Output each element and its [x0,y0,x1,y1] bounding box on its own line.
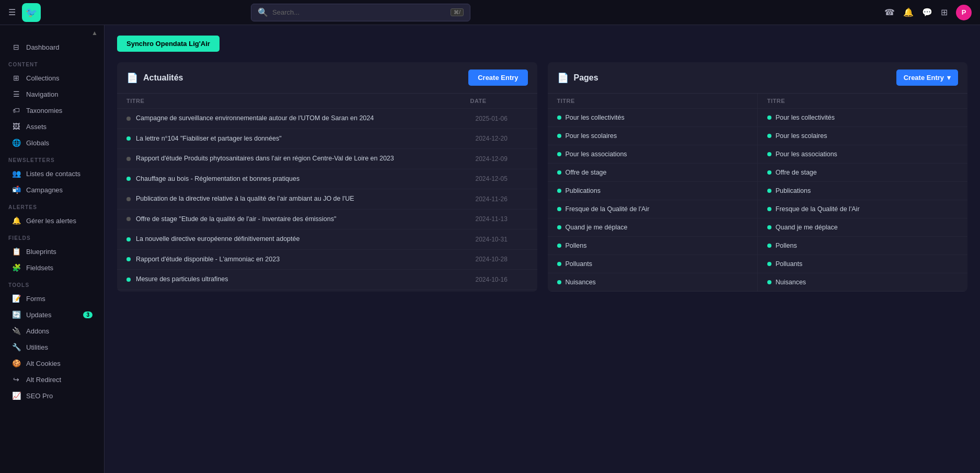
pages-item-label: Publications [776,187,811,194]
actualites-rows: Campagne de surveillance environnemental… [117,109,537,290]
pages-title: 📄 Pages [557,72,598,84]
campagnes-icon: 📬 [11,186,21,194]
sidebar-collapse-btn[interactable]: ▲ [0,25,104,39]
pages-col2-rows: Pour les collectivités Pour les scolaire… [758,109,967,292]
table-row[interactable]: Offre de stage "Etude de la qualité de l… [117,210,537,230]
list-item[interactable]: Pour les collectivités [758,109,967,127]
chevron-down-icon: ▾ [947,74,951,82]
row-status-dot [767,244,771,248]
sidebar-item-gerer-alertes[interactable]: 🔔 Gérer les alertes [3,213,101,228]
sidebar-item-label: Utilities [26,343,48,351]
list-item[interactable]: Quand je me déplace [758,218,967,237]
sidebar-item-alt-redirect[interactable]: ↪ Alt Redirect [3,372,101,387]
row-status-dot [557,189,561,193]
table-row[interactable]: Mesure des particules ultrafines 2024-10… [117,270,537,290]
table-row[interactable]: Campagne de surveillance environnemental… [117,109,537,129]
list-item[interactable]: Polluants [758,255,967,273]
list-item[interactable]: Fresque de la Qualité de l'Air [548,200,757,218]
sidebar-item-label: Forms [26,295,45,303]
list-item[interactable]: Pour les associations [758,145,967,164]
list-item[interactable]: Pour les collectivités [548,109,757,127]
table-row[interactable]: Rapport d'étude Produits phytosanitaires… [117,149,537,169]
sidebar-item-label: Listes de contacts [26,170,80,178]
list-item[interactable]: Fresque de la Qualité de l'Air [758,200,967,218]
list-item[interactable]: Pour les scolaires [758,127,967,145]
row-title: Mesure des particules ultrafines [136,275,470,284]
row-status-dot [767,207,771,211]
pages-item-label: Quand je me déplace [776,224,838,231]
sidebar-item-alt-cookies[interactable]: 🍪 Alt Cookies [3,355,101,371]
sidebar-item-navigation[interactable]: ☰ Navigation [3,86,101,102]
row-date: 2024-10-16 [476,276,528,283]
row-date: 2024-12-20 [476,135,528,142]
list-item[interactable]: Nuisances [758,273,967,292]
sidebar-item-globals[interactable]: 🌐 Globals [3,135,101,151]
row-status-dot [767,280,771,284]
sidebar-item-campagnes[interactable]: 📬 Campagnes [3,182,101,198]
addons-icon: 🔌 [11,327,21,335]
top-actions: Synchro Opendata Lig'Air [117,36,967,52]
fieldsets-icon: 🧩 [11,263,21,272]
grid-icon[interactable]: ⊞ [941,7,948,17]
sidebar-item-label: Assets [26,123,47,131]
list-item[interactable]: Offre de stage [548,164,757,182]
sidebar-item-listes-de-contacts[interactable]: 👥 Listes de contacts [3,166,101,181]
sidebar-item-addons[interactable]: 🔌 Addons [3,323,101,339]
sidebar-item-updates[interactable]: 🔄 Updates 3 [3,307,101,322]
list-item[interactable]: Publications [548,182,757,200]
sidebar-item-seo-pro[interactable]: 📈 SEO Pro [3,388,101,403]
sidebar-item-fieldsets[interactable]: 🧩 Fieldsets [3,260,101,275]
sidebar-item-forms[interactable]: 📝 Forms [3,291,101,306]
message-icon[interactable]: 💬 [922,7,932,17]
list-item[interactable]: Polluants [548,255,757,273]
synchro-button[interactable]: Synchro Opendata Lig'Air [117,36,220,52]
table-row[interactable]: Rapport d'étude disponible - L'ammoniac … [117,250,537,270]
row-status-dot [557,225,561,229]
section-label-tools: TOOLS [0,276,104,290]
row-status-dot [126,177,131,181]
avatar[interactable]: P [956,5,972,20]
pages-item-label: Fresque de la Qualité de l'Air [776,205,860,213]
table-row[interactable]: Chauffage au bois - Réglementation et bo… [117,169,537,190]
row-status-dot [126,136,131,141]
list-item[interactable]: Pour les scolaires [548,127,757,145]
list-item[interactable]: Publications [758,182,967,200]
list-item[interactable]: Nuisances [548,273,757,292]
sidebar-item-utilities[interactable]: 🔧 Utilities [3,339,101,355]
actualites-create-button[interactable]: Create Entry [468,70,527,86]
table-row[interactable]: Publication de la directive relative à l… [117,189,537,210]
search-icon: 🔍 [258,7,268,17]
sidebar-item-assets[interactable]: 🖼 Assets [3,119,101,134]
row-status-dot [557,116,561,120]
row-date: 2024-10-31 [476,236,528,243]
logo: 🐦 [22,3,41,22]
list-item[interactable]: Offre de stage [758,164,967,182]
list-item[interactable]: Pollens [758,237,967,255]
sidebar-item-dashboard[interactable]: ⊟ Dashboard [3,39,101,55]
row-status-dot [557,170,561,175]
collapse-icon[interactable]: ▲ [91,29,98,37]
row-title: Offre de stage "Etude de la qualité de l… [136,215,470,224]
sidebar-item-collections[interactable]: ⊞ Collections [3,70,101,86]
sidebar-item-label: Alt Redirect [26,376,61,384]
row-status-dot [126,278,131,282]
table-row[interactable]: La nouvelle directive européenne définit… [117,229,537,250]
alt-redirect-icon: ↪ [11,375,21,384]
hamburger-icon[interactable]: ☰ [8,7,16,17]
phone-icon[interactable]: ☎ [884,7,895,17]
sidebar-item-blueprints[interactable]: 📋 Blueprints [3,244,101,259]
search-bar: 🔍 ⌘/ [251,4,470,21]
sidebar-item-taxonomies[interactable]: 🏷 Taxonomies [3,102,101,118]
sidebar-item-label: Fieldsets [26,264,53,272]
globals-icon: 🌐 [11,139,21,147]
list-item[interactable]: Quand je me déplace [548,218,757,237]
search-input[interactable] [272,8,446,16]
table-row[interactable]: La lettre n°104 "Fiabiliser et partager … [117,129,537,149]
list-item[interactable]: Pour les associations [548,145,757,164]
section-label-alertes: ALERTES [0,198,104,212]
list-item[interactable]: Pollens [548,237,757,255]
pages-item-label: Pour les scolaires [776,132,827,140]
pages-create-button[interactable]: Create Entry ▾ [896,70,958,86]
row-status-dot [557,207,561,211]
bell-icon[interactable]: 🔔 [903,7,914,17]
